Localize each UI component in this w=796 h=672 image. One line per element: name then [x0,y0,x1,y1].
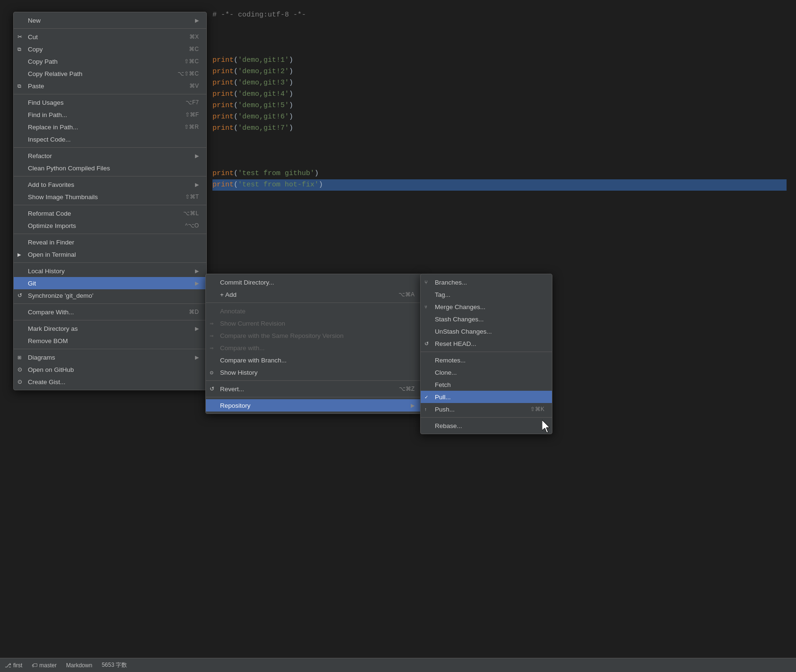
open-on-github-label: Open on GitHub [28,366,74,373]
menu-item-commit-directory[interactable]: Commit Directory... [206,276,422,288]
editor-line: print('demo,git!6') [212,111,787,123]
tag-name: master [39,662,57,669]
editor-line: print('demo,git!3') [212,77,787,89]
compare-same-icon: ⇒ [210,333,213,338]
menu-item-open-in-terminal[interactable]: ▶ Open in Terminal [14,248,206,260]
show-revision-icon: ⇒ [210,321,213,326]
menu-item-copy-relative-path-label: Copy Relative Path [28,70,83,77]
menu-item-replace-in-path[interactable]: Replace in Path... ⇧⌘R [14,121,206,133]
submenu-arrow-icon: ▶ [195,354,199,361]
editor-line-highlighted: print('test from hot-fix') [212,179,787,191]
menu-item-show-image-thumbnails[interactable]: Show Image Thumbnails ⇧⌘T [14,191,206,203]
menu-item-clone[interactable]: Clone... [421,366,552,378]
menu-item-paste[interactable]: ⧉ Paste ⌘V [14,80,206,92]
status-bar: ⎇ first 🏷 master Markdown 5653 字数 [0,658,796,672]
menu-separator [206,397,422,397]
find-usages-shortcut: ⌥F7 [186,99,199,106]
menu-item-add-favorites[interactable]: Add to Favorites ▶ [14,178,206,191]
cut-shortcut: ⌘X [189,34,199,40]
fetch-label: Fetch [435,381,451,388]
menu-item-pull[interactable]: ✓ Pull... [421,391,552,403]
menu-separator [14,349,206,349]
menu-item-add[interactable]: + Add ⌥⌘A [206,288,422,301]
menu-item-find-in-path[interactable]: Find in Path... ⇧⌘F [14,109,206,121]
add-label: + Add [220,291,237,298]
history-icon: ⊙ [210,370,213,375]
branches-label: Branches... [435,279,467,286]
terminal-icon: ▶ [17,252,21,257]
menu-item-compare-with[interactable]: Compare With... ⌘D [14,306,206,318]
clone-label: Clone... [435,369,457,376]
diagrams-label: Diagrams [28,354,55,361]
paste-shortcut: ⌘V [189,83,199,89]
menu-item-optimize-imports[interactable]: Optimize Imports ^⌥O [14,219,206,232]
replace-in-path-label: Replace in Path... [28,124,78,131]
reformat-code-shortcut: ⌥⌘L [183,210,199,217]
menu-separator [421,352,552,352]
editor-line [212,157,787,168]
tag-info[interactable]: 🏷 master [32,662,57,669]
editor-line [212,145,787,157]
menu-item-reset-head[interactable]: ↺ Reset HEAD... [421,337,552,350]
context-menu-git-actions: ⑂ Branches... Tag... ⑂ Merge Changes... … [420,274,552,434]
cut-icon: ✂ [17,34,22,40]
menu-item-refactor[interactable]: Refactor ▶ [14,150,206,162]
reset-icon: ↺ [424,341,429,347]
menu-item-inspect-code[interactable]: Inspect Code... [14,133,206,145]
branch-name: first [13,662,22,669]
find-in-path-shortcut: ⇧⌘F [185,111,199,118]
menu-item-unstash-changes[interactable]: UnStash Changes... [421,325,552,337]
menu-item-synchronize[interactable]: ↺ Synchronize 'git_demo' [14,289,206,302]
compare-with-branch-label: Compare with Branch... [220,357,287,364]
menu-item-copy-relative-path[interactable]: Copy Relative Path ⌥⇧⌘C [14,67,206,80]
gist-icon: ⊙ [17,378,22,385]
submenu-arrow-icon: ▶ [411,403,415,409]
menu-item-copy-path[interactable]: Copy Path ⇧⌘C [14,55,206,67]
menu-item-rebase[interactable]: Rebase... [421,420,552,432]
menu-item-copy[interactable]: ⧉ Copy ⌘C [14,43,206,55]
menu-item-reformat-code[interactable]: Reformat Code ⌥⌘L [14,207,206,219]
editor-line: print('demo,git!7') [212,123,787,134]
menu-item-compare-with-branch[interactable]: Compare with Branch... [206,354,422,366]
menu-item-clean-python[interactable]: Clean Python Compiled Files [14,162,206,174]
remotes-label: Remotes... [435,357,466,364]
menu-item-show-history[interactable]: ⊙ Show History [206,366,422,378]
menu-item-cut[interactable]: ✂ Cut ⌘X [14,31,206,43]
menu-item-reveal-in-finder[interactable]: Reveal in Finder [14,236,206,248]
menu-item-new[interactable]: New ▶ [14,14,206,26]
menu-item-push[interactable]: ↑ Push... ⇧⌘K [421,403,552,415]
menu-item-revert[interactable]: ↺ Revert... ⌥⌘Z [206,383,422,395]
stash-changes-label: Stash Changes... [435,316,484,323]
compare-with-git-label: Compare with... [220,344,265,352]
unstash-changes-label: UnStash Changes... [435,328,492,335]
menu-item-compare-same-repo: ⇒ Compare with the Same Repository Versi… [206,329,422,342]
revert-shortcut: ⌥⌘Z [399,386,415,392]
merge-icon: ⑂ [424,304,427,310]
menu-item-merge-changes[interactable]: ⑂ Merge Changes... [421,301,552,313]
svg-marker-0 [542,420,550,433]
create-gist-label: Create Gist... [28,378,66,386]
show-image-thumbnails-label: Show Image Thumbnails [28,193,98,201]
branch-info[interactable]: ⎇ first [5,662,22,669]
menu-item-open-on-github[interactable]: ⊙ Open on GitHub [14,363,206,376]
menu-item-mark-directory-as[interactable]: Mark Directory as ▶ [14,322,206,335]
menu-item-compare-with-git: ⇒ Compare with... [206,342,422,354]
menu-item-tag[interactable]: Tag... [421,288,552,301]
menu-separator [14,28,206,29]
menu-item-git[interactable]: Git ▶ [14,277,206,289]
menu-separator [14,176,206,176]
menu-item-local-history[interactable]: Local History ▶ [14,265,206,277]
menu-item-remotes[interactable]: Remotes... [421,354,552,366]
submenu-arrow-icon: ▶ [195,280,199,286]
menu-item-branches[interactable]: ⑂ Branches... [421,276,552,288]
word-count: 5653 字数 [102,661,127,669]
menu-item-repository[interactable]: Repository ▶ [206,399,422,412]
menu-item-stash-changes[interactable]: Stash Changes... [421,313,552,325]
menu-item-diagrams[interactable]: ⊞ Diagrams ▶ [14,351,206,363]
git-label: Git [28,280,36,287]
menu-item-fetch[interactable]: Fetch [421,378,552,391]
menu-item-find-usages[interactable]: Find Usages ⌥F7 [14,96,206,109]
menu-item-remove-bom[interactable]: Remove BOM [14,335,206,347]
show-history-label: Show History [220,369,258,376]
menu-item-create-gist[interactable]: ⊙ Create Gist... [14,376,206,388]
